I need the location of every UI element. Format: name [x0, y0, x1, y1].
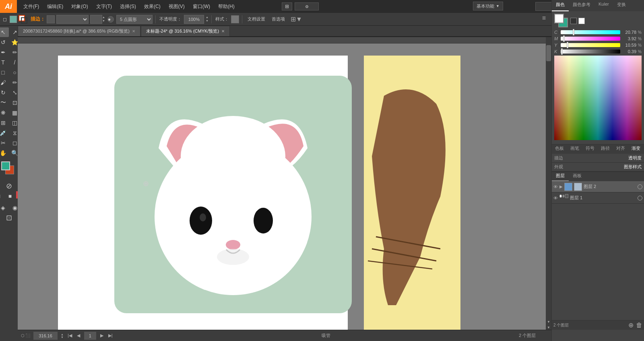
stroke-down-arrow[interactable]: ▼ [102, 19, 105, 23]
channel-m-slider[interactable] [561, 37, 620, 41]
layer-row-1[interactable]: 👁 图层 1 [552, 192, 644, 204]
color-spectrum[interactable] [554, 56, 642, 140]
zoom-input[interactable] [33, 332, 58, 340]
symbol-sprayer-tool[interactable]: ❋ [0, 108, 9, 118]
foreground-swatch[interactable] [554, 14, 564, 23]
separator [155, 15, 156, 23]
brush-select[interactable]: 5 点圆形 [116, 15, 153, 24]
menu-file[interactable]: 文件(F) [20, 2, 42, 12]
svg-point-6 [217, 249, 249, 265]
style-label: 样式： [215, 16, 229, 22]
workspace-mode[interactable]: ⚙ [295, 2, 319, 10]
fill-color-swatch[interactable] [10, 16, 17, 23]
opacity-up-arrow[interactable]: ▲ [206, 16, 208, 19]
stroke-width-input[interactable] [90, 15, 102, 24]
opacity-input[interactable] [184, 15, 204, 24]
vertical-scrollbar[interactable]: ▼ ▼ [546, 37, 551, 330]
scrollbar-thumb[interactable] [546, 45, 551, 61]
tab-swatches[interactable]: 色板 [552, 145, 567, 154]
screen-mode-full[interactable]: ■ [4, 191, 16, 201]
stroke-color-swatch[interactable] [47, 15, 55, 23]
page-first-arrow[interactable]: |◀ [67, 333, 73, 338]
layer-1-visibility-icon[interactable]: 👁 [553, 196, 558, 200]
channel-m-thumb[interactable] [563, 35, 565, 42]
delete-layer-icon[interactable]: 🗑 [636, 322, 642, 329]
layer-2-arrow[interactable]: ▶ [559, 184, 563, 189]
channel-y-thumb[interactable] [567, 42, 568, 48]
paintbrush-tool[interactable]: 🖌 [0, 78, 9, 87]
mesh-tool[interactable]: ⊞ [0, 118, 9, 128]
channel-k-thumb[interactable] [561, 48, 563, 55]
right-panel: 颜色 颜色参考 Kuler 变换 C 20.78 % [551, 0, 644, 341]
scroll-down-arrow[interactable]: ▼ [546, 319, 551, 324]
stroke-style-select[interactable] [56, 15, 89, 24]
tab-0-close[interactable]: ✕ [132, 29, 135, 33]
menu-object[interactable]: 对象(O) [68, 2, 91, 12]
page-input[interactable] [84, 332, 96, 340]
type-tool[interactable]: T [0, 58, 9, 67]
none-indicator[interactable]: ⊘ [3, 181, 14, 191]
rotate-tool[interactable]: ↻ [0, 88, 9, 97]
tab-gradient[interactable]: 渐变 [628, 145, 644, 154]
basic-function-dropdown[interactable]: 基本功能 ▼ [473, 2, 503, 10]
hand-tool[interactable]: ✋ [0, 148, 9, 158]
style-swatch[interactable] [231, 15, 239, 23]
channel-c-thumb[interactable] [573, 29, 574, 35]
warp-tool[interactable]: 〜 [0, 98, 9, 107]
tab-pathfinder[interactable]: 路径 [598, 145, 613, 154]
menu-select[interactable]: 选择(S) [117, 2, 139, 12]
rectangle-tool[interactable]: □ [0, 68, 9, 77]
panel-expand-icon[interactable]: ≡ [542, 14, 546, 22]
workspace-icon[interactable]: ⊞ [282, 2, 292, 10]
white-swatch[interactable] [578, 18, 585, 24]
zoom-down-arrow[interactable]: ▼ [61, 336, 64, 339]
menu-window[interactable]: 窗口(W) [190, 2, 213, 12]
menu-text[interactable]: 文字(T) [93, 2, 115, 12]
tab-0[interactable]: 2008730172458860 [转换].ai* @ 386.65% (RGB… [18, 26, 140, 36]
lasso-tool[interactable]: ↺ [0, 37, 9, 47]
layer-1-vis-circle[interactable] [638, 196, 642, 200]
page-prev-arrow[interactable]: ◀ [76, 333, 81, 338]
menu-help[interactable]: 帮助(H) [215, 2, 238, 12]
layer-row-2[interactable]: 👁 ▶ 图层 2 [552, 181, 644, 192]
foreground-color[interactable] [1, 161, 10, 170]
color-panel: C 20.78 % M 3.92 % Y 10.59 % K [552, 11, 644, 144]
zoom-up-arrow[interactable]: ▲ [61, 333, 64, 336]
doc-settings-button[interactable]: 文档设置 [245, 14, 268, 24]
preferences-button[interactable]: 首选项 [269, 14, 287, 24]
tab-kuler[interactable]: Kuler [594, 0, 613, 11]
tab-1-close[interactable]: ✕ [221, 29, 225, 33]
extra-icon[interactable]: ⊞▼ [291, 15, 302, 23]
page-next-arrow[interactable]: ▶ [99, 333, 104, 338]
menu-effect[interactable]: 效果(C) [141, 2, 164, 12]
tab-brushes[interactable]: 画笔 [567, 145, 582, 154]
opacity-down-arrow[interactable]: ▼ [206, 19, 208, 23]
screen-mode-normal[interactable]: □ [0, 191, 4, 201]
menu-edit[interactable]: 编辑(E) [44, 2, 66, 12]
eyedropper-tool[interactable]: 💉 [0, 128, 9, 138]
new-layer-icon[interactable]: ⊕ [628, 321, 634, 329]
menu-view[interactable]: 视图(V) [165, 2, 188, 12]
tab-color-guide[interactable]: 颜色参考 [569, 0, 594, 11]
page-last-arrow[interactable]: ▶| [107, 333, 114, 338]
black-swatch[interactable] [570, 18, 577, 24]
tab-color[interactable]: 颜色 [552, 0, 569, 11]
tab-transform[interactable]: 变换 [613, 0, 630, 11]
stroke-up-arrow[interactable]: ▲ [102, 16, 105, 19]
layer-2-vis-circle[interactable] [638, 184, 642, 189]
tab-align[interactable]: 对齐 [613, 145, 628, 154]
other-tools-row1[interactable]: ◈ [0, 203, 9, 213]
channel-y-slider[interactable] [561, 43, 620, 47]
scissors-tool[interactable]: ✂ [0, 138, 9, 148]
scroll-bottom-arrow[interactable]: ▼ [546, 325, 551, 330]
tab-symbols[interactable]: 符号 [582, 145, 598, 154]
tab-layers[interactable]: 图层 [552, 172, 569, 181]
pen-tool[interactable]: ✒ [0, 48, 9, 57]
artboard-tool[interactable]: ⊡ [3, 213, 14, 223]
channel-c-slider[interactable] [561, 30, 620, 34]
selection-tool[interactable]: ↖ [0, 27, 9, 37]
channel-k-slider[interactable] [561, 50, 620, 54]
tab-1[interactable]: 未标题-24* @ 316.16% (CMYK/预览) ✕ [141, 26, 230, 36]
layer-2-visibility-icon[interactable]: 👁 [553, 184, 558, 189]
tab-artboards[interactable]: 画板 [569, 172, 586, 181]
